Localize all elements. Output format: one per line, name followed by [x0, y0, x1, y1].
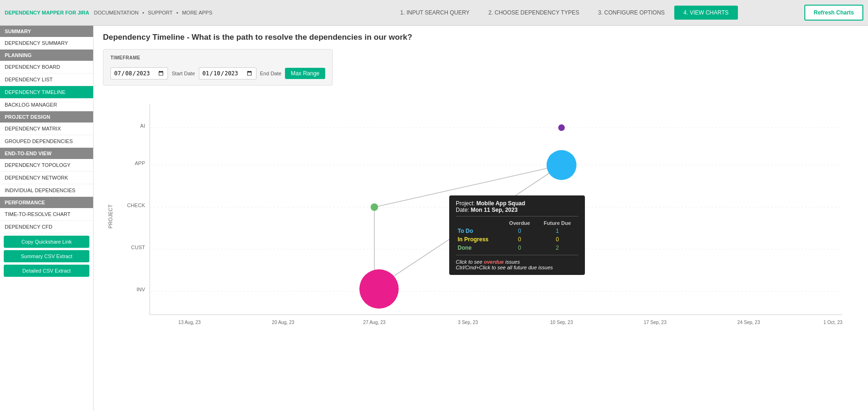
sidebar-item-dependency-matrix[interactable]: DEPENDENCY MATRIX — [0, 123, 93, 135]
svg-text:CUST: CUST — [131, 245, 145, 250]
wizard-steps: 1. INPUT SEARCH QUERY 2. CHOOSE DEPENDEN… — [329, 6, 800, 20]
svg-line-21 — [374, 165, 562, 207]
timeframe-inputs: Start Date End Date Max Range — [110, 67, 325, 79]
sidebar-header-summary: SUMMARY — [0, 26, 93, 37]
more-apps-link[interactable]: MORE APPS — [182, 10, 212, 15]
end-date-input[interactable] — [199, 67, 256, 79]
svg-text:20 Aug, 23: 20 Aug, 23 — [272, 320, 294, 325]
bubble-ai[interactable] — [558, 124, 565, 131]
svg-text:10 Sep, 23: 10 Sep, 23 — [550, 320, 573, 325]
svg-text:24 Sep, 23: 24 Sep, 23 — [737, 320, 760, 325]
sidebar-item-backlog-manager[interactable]: BACKLOG MANAGER — [0, 99, 93, 111]
chart-area: AI APP CHECK CUST INV PROJECT 13 Aug, 23… — [103, 95, 859, 338]
sidebar-header-performance: PERFORMANCE — [0, 197, 93, 208]
bubble-inv[interactable] — [359, 269, 399, 309]
sidebar-item-grouped-dependencies[interactable]: GROUPED DEPENDENCIES — [0, 135, 93, 148]
summary-csv-btn[interactable]: Summary CSV Extract — [4, 250, 89, 262]
svg-text:1 Oct, 23: 1 Oct, 23 — [824, 320, 843, 325]
support-link[interactable]: SUPPORT — [148, 10, 173, 15]
sidebar-item-dependency-topology[interactable]: DEPENDENCY TOPOLOGY — [0, 159, 93, 172]
svg-text:APP: APP — [135, 160, 145, 166]
svg-text:13 Aug, 23: 13 Aug, 23 — [178, 320, 201, 325]
sep2: • — [176, 10, 178, 15]
main-content: Dependency Timeline - What is the path t… — [94, 26, 868, 411]
chart-svg: AI APP CHECK CUST INV PROJECT 13 Aug, 23… — [103, 95, 859, 338]
svg-text:3 Sep, 23: 3 Sep, 23 — [458, 320, 478, 325]
svg-text:PROJECT: PROJECT — [108, 204, 113, 229]
start-date-input[interactable] — [110, 67, 168, 79]
sidebar-item-dependency-list[interactable]: DEPENDENCY LIST — [0, 73, 93, 86]
doc-link[interactable]: DOCUMENTATION — [94, 10, 139, 15]
main-layout: SUMMARY DEPENDENCY SUMMARY PLANNING DEPE… — [0, 26, 868, 411]
svg-text:CHECK: CHECK — [127, 202, 145, 208]
svg-text:17 Sep, 23: 17 Sep, 23 — [644, 320, 667, 325]
wizard-step-1[interactable]: 1. INPUT SEARCH QUERY — [391, 6, 479, 20]
wizard-step-4[interactable]: 4. VIEW CHARTS — [674, 6, 738, 20]
detailed-csv-btn[interactable]: Detailed CSV Extract — [4, 265, 89, 277]
sidebar-header-project-design: PROJECT DESIGN — [0, 111, 93, 123]
wizard-step-3[interactable]: 3. CONFIGURE OPTIONS — [589, 6, 674, 20]
timeframe-box: TIMEFRAME Start Date End Date Max Range — [103, 49, 333, 86]
sep1: • — [142, 10, 144, 15]
end-date-label: End Date — [260, 71, 282, 76]
sidebar: SUMMARY DEPENDENCY SUMMARY PLANNING DEPE… — [0, 26, 94, 411]
copy-quickshare-btn[interactable]: Copy Quickshare Link — [4, 236, 89, 248]
app-title: DEPENDENCY MAPPER FOR JIRA — [5, 10, 89, 15]
sidebar-item-dependency-board[interactable]: DEPENDENCY BOARD — [0, 61, 93, 73]
refresh-charts-button[interactable]: Refresh Charts — [804, 5, 863, 21]
sidebar-header-planning: PLANNING — [0, 50, 93, 61]
top-bar: DEPENDENCY MAPPER FOR JIRA DOCUMENTATION… — [0, 0, 868, 26]
svg-line-23 — [374, 165, 562, 289]
sidebar-item-individual-dependencies[interactable]: INDIVIDUAL DEPENDENCIES — [0, 184, 93, 197]
bubble-check[interactable] — [371, 203, 378, 211]
bubble-app[interactable] — [547, 150, 576, 180]
sidebar-item-dependency-timeline[interactable]: DEPENDENCY TIMELINE — [0, 86, 93, 99]
sidebar-item-dependency-cfd[interactable]: DEPENDENCY CFD — [0, 221, 93, 233]
sidebar-item-dependency-summary[interactable]: DEPENDENCY SUMMARY — [0, 37, 93, 50]
sidebar-item-dependency-network[interactable]: DEPENDENCY NETWORK — [0, 172, 93, 184]
max-range-button[interactable]: Max Range — [285, 68, 325, 79]
start-date-label: Start Date — [172, 71, 195, 76]
sidebar-item-time-to-resolve[interactable]: TIME-TO-RESOLVE CHART — [0, 208, 93, 221]
svg-text:27 Aug, 23: 27 Aug, 23 — [363, 320, 386, 325]
sidebar-header-end-to-end: END-TO-END VIEW — [0, 148, 93, 159]
page-title: Dependency Timeline - What is the path t… — [103, 33, 859, 42]
svg-text:AI: AI — [140, 123, 145, 129]
timeframe-label: TIMEFRAME — [110, 55, 140, 60]
top-nav-links: DOCUMENTATION • SUPPORT • MORE APPS — [94, 10, 329, 15]
svg-text:INV: INV — [137, 287, 146, 292]
wizard-step-2[interactable]: 2. CHOOSE DEPENDENCY TYPES — [479, 6, 589, 20]
